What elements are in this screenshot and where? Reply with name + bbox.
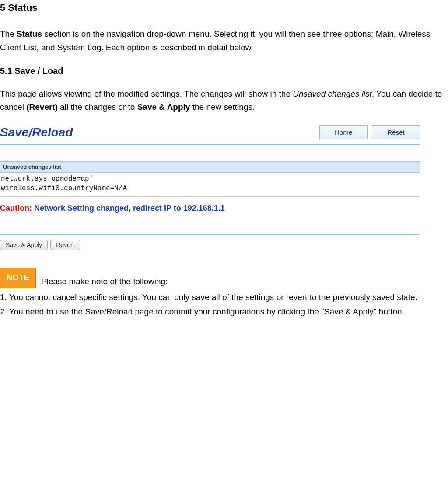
- text: This page allows viewing of the modified…: [0, 89, 293, 98]
- unsaved-changes-content: network.sys.opmode=ap' wireless.wifi0.co…: [0, 173, 420, 196]
- panel-title: Save/Reload: [0, 123, 73, 143]
- revert-button[interactable]: Revert: [50, 240, 80, 250]
- note-item-1: 1. You cannot cancel specific settings. …: [0, 291, 448, 304]
- heading-status: 5 Status: [0, 0, 448, 15]
- reset-tab[interactable]: Reset: [372, 125, 420, 139]
- save-reload-panel: Save/Reload Home Reset Unsaved changes l…: [0, 123, 420, 251]
- caution-label: Caution:: [0, 204, 32, 213]
- note-item-2: 2. You need to use the Save/Reload page …: [0, 305, 448, 318]
- divider: [0, 234, 420, 235]
- panel-header: Save/Reload Home Reset: [0, 123, 420, 145]
- note-row: NOTE Please make note of the following:: [0, 268, 448, 288]
- text-bold: Save & Apply: [137, 102, 190, 112]
- panel-tabs: Home Reset: [319, 125, 420, 139]
- paragraph-intro: The Status section is on the navigation …: [0, 28, 448, 54]
- text-bold: (Revert): [26, 102, 58, 112]
- text-italic: Unsaved changes list: [293, 89, 372, 98]
- text: The: [0, 29, 17, 38]
- save-apply-button[interactable]: Save & Apply: [0, 240, 48, 250]
- text: the new settings.: [190, 102, 255, 112]
- note-lead: Please make note of the following:: [41, 275, 168, 288]
- text-bold: Status: [17, 29, 42, 38]
- button-row: Save & Apply Revert: [0, 240, 420, 250]
- text: section is on the navigation drop-down m…: [0, 29, 430, 52]
- paragraph-save-load: This page allows viewing of the modified…: [0, 87, 448, 114]
- caution-text: Network Setting changed, redirect IP to …: [32, 204, 225, 213]
- caution-row: Caution: Network Setting changed, redire…: [0, 202, 420, 215]
- home-tab[interactable]: Home: [319, 125, 368, 139]
- note-items: 1. You cannot cancel specific settings. …: [0, 291, 448, 318]
- note-badge: NOTE: [0, 268, 36, 288]
- unsaved-changes-header: Unsaved changes list: [0, 161, 420, 173]
- heading-save-load: 5.1 Save / Load: [0, 64, 448, 78]
- text: all the changes or to: [58, 102, 137, 112]
